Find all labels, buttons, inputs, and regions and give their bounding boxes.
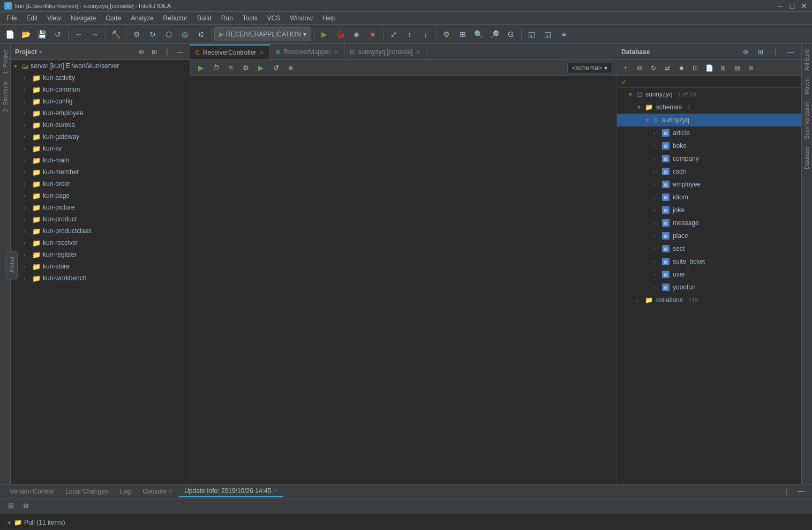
pull-button[interactable]: ↓ [418, 27, 433, 42]
maximize-button[interactable]: □ [788, 2, 796, 10]
db-browse-button[interactable]: ⊡ [689, 62, 702, 74]
db-scope-button[interactable]: ⊚ [739, 46, 752, 58]
tree-item-kv[interactable]: › 📁 kun-kv [11, 143, 190, 154]
vcs-filter-button[interactable]: ⊛ [19, 499, 32, 512]
tab-receiver-mapper[interactable]: ⊞ ReceiverMapper ✕ [270, 44, 344, 59]
tab-version-control[interactable]: Version Control [4, 486, 59, 497]
db-refresh-button[interactable]: ↻ [647, 62, 660, 74]
gradle-button[interactable]: G [503, 27, 518, 42]
db-table-yooofun[interactable]: › ▤ yooofun [617, 281, 801, 294]
console-settings-button[interactable]: ⚙ [239, 62, 252, 74]
open-button[interactable]: 📂 [18, 27, 33, 42]
layout-button[interactable]: ⊞ [455, 27, 470, 42]
menu-build[interactable]: Build [193, 13, 216, 23]
tree-item-receiver[interactable]: › 📁 kun-receiver [11, 237, 190, 249]
jrebel-panel-tab[interactable]: JRebel [6, 251, 18, 279]
console-stop-button[interactable]: ■ [284, 62, 297, 74]
db-table-company[interactable]: › ▤ company [617, 152, 801, 165]
db-schema-sunnyzyq[interactable]: ▼ ⊡ sunnyzyq [617, 114, 801, 126]
jrebel-tab-label[interactable]: JRebel [8, 253, 16, 277]
db-table-employee[interactable]: › ▤ employee [617, 178, 801, 191]
console-play-button[interactable]: ▶ [194, 62, 207, 74]
sync-button[interactable]: ↺ [50, 27, 65, 42]
db-connection-item[interactable]: ▼ ⊡ sunnyzyq 1 of 10 [617, 88, 801, 101]
db-copy-button[interactable]: ⧉ [633, 62, 646, 74]
menu-refactor[interactable]: Refactor [159, 13, 192, 23]
minimize-button[interactable]: ─ [777, 2, 784, 10]
console-play2-button[interactable]: ▶ [254, 62, 267, 74]
find-button[interactable]: 🔎 [487, 27, 502, 42]
run-coverage-button[interactable]: ◈ [349, 27, 364, 42]
window-controls[interactable]: ─ □ ✕ [777, 2, 808, 10]
play-button[interactable]: ▶ [317, 27, 332, 42]
menu-code[interactable]: Code [101, 13, 125, 23]
hide-panel-button[interactable]: — [175, 47, 185, 57]
tree-root[interactable]: ▼ 🗂 server [kun] E:\work\kun\server [11, 60, 190, 72]
close-button[interactable]: ✕ [800, 2, 808, 10]
tab-log[interactable]: Log [115, 486, 136, 497]
extra2-button[interactable]: ◲ [540, 27, 555, 42]
db-table-article[interactable]: › ▤ article [617, 126, 801, 139]
db-stop-button[interactable]: ■ [675, 62, 688, 74]
db-table-user[interactable]: › ▤ user [617, 268, 801, 281]
close-update-info[interactable]: ✕ [273, 488, 277, 494]
console-rerun-button[interactable]: ↺ [269, 62, 282, 74]
rerun-button[interactable]: ↻ [145, 27, 160, 42]
db-collations-item[interactable]: › 📁 collations 219 [617, 294, 801, 307]
db-expand-button[interactable]: ⊞ [754, 46, 767, 58]
db-table-place[interactable]: › ▤ place [617, 229, 801, 242]
tree-item-page[interactable]: › 📁 kun-page [11, 190, 190, 201]
db-sql-button[interactable]: 📄 [703, 62, 716, 74]
close-controller-tab[interactable]: ✕ [259, 49, 264, 56]
tree-item-store[interactable]: › 📁 kun-store [11, 260, 190, 272]
tree-item-gateway[interactable]: › 📁 kun-gateway [11, 131, 190, 143]
tab-console-bottom[interactable]: Console ✕ [137, 486, 178, 497]
maven-tab[interactable]: Maven [803, 75, 811, 98]
tab-update-info[interactable]: Update Info: 2019/10/26 14:45 ✕ [179, 486, 283, 497]
db-table-csdn[interactable]: › ▤ csdn [617, 165, 801, 178]
db-add-button[interactable]: + [619, 62, 632, 74]
back-button[interactable]: ← [71, 27, 86, 42]
tree-item-common[interactable]: › 📁 kun-common [11, 84, 190, 95]
push-button[interactable]: ↑ [402, 27, 417, 42]
new-file-button[interactable]: 📄 [2, 27, 17, 42]
menu-help[interactable]: Help [318, 13, 340, 23]
tree-item-workbench[interactable]: › 📁 kun-workbench [11, 272, 190, 284]
panel-settings-button[interactable]: ⋮ [162, 47, 172, 57]
db-table-message[interactable]: › ▤ message [617, 217, 801, 229]
menu-analyze[interactable]: Analyze [126, 13, 158, 23]
menu-navigate[interactable]: Navigate [66, 13, 100, 23]
ant-tab[interactable]: Ant Build [803, 46, 811, 74]
tree-item-config[interactable]: › 📁 kun-config [11, 95, 190, 107]
menu-run[interactable]: Run [217, 13, 237, 23]
db-filter-button[interactable]: ⊛ [745, 62, 757, 74]
db-table-idiom[interactable]: › ▤ idiom [617, 191, 801, 204]
editor-content[interactable] [190, 76, 616, 484]
tree-item-main[interactable]: › 📁 kun-main [11, 154, 190, 166]
structure-tab[interactable]: 2: Structure [1, 78, 10, 115]
save-button[interactable]: 💾 [34, 27, 49, 42]
build-button[interactable]: 🔨 [108, 27, 123, 42]
toggle-button[interactable]: ⚙ [129, 27, 144, 42]
bean-validation-tab[interactable]: Bean Validation [803, 99, 811, 142]
tree-item-eureka[interactable]: › 📁 kun-eureka [11, 119, 190, 131]
db-table-joke[interactable]: › ▤ joke [617, 204, 801, 217]
tree-item-product[interactable]: › 📁 kun-product [11, 213, 190, 225]
search-button[interactable]: 🔍 [471, 27, 486, 42]
tab-receiver-controller[interactable]: C ReceiverController ✕ [190, 44, 270, 59]
close-mapper-tab[interactable]: ✕ [334, 49, 339, 56]
database-side-tab[interactable]: Database [803, 143, 811, 173]
schema-dropdown[interactable]: <schema> ▾ [567, 63, 612, 73]
tree-item-order[interactable]: › 📁 kun-order [11, 178, 190, 190]
tree-item-picture[interactable]: › 📁 kun-picture [11, 201, 190, 213]
project-tab[interactable]: 1: Project [1, 46, 10, 77]
tab-local-changes[interactable]: Local Changes [60, 486, 114, 497]
extra3-button[interactable]: ≡ [557, 27, 572, 42]
extra1-button[interactable]: ◱ [524, 27, 539, 42]
tree-item-activity[interactable]: › 📁 kun-activity [11, 72, 190, 84]
db-sync-button[interactable]: ⇄ [661, 62, 674, 74]
db-table-button[interactable]: ▤ [731, 62, 743, 74]
bottom-panel-menu[interactable]: ⋮ [780, 485, 793, 498]
vcs-expand-button[interactable]: ⊞ [4, 499, 17, 512]
db-hide-button[interactable]: — [784, 46, 797, 58]
